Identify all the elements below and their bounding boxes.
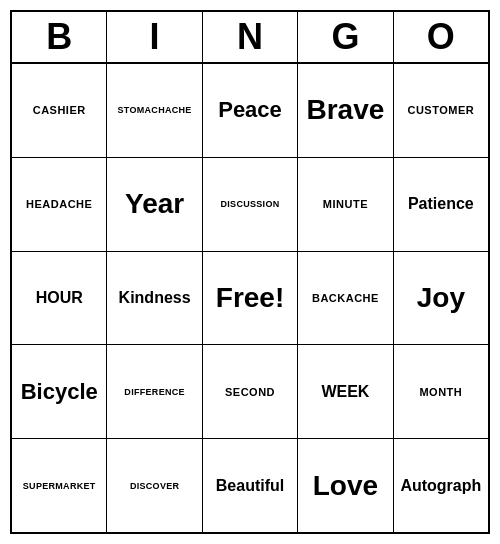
bingo-cell: CUSTOMER [394,64,488,157]
bingo-header-letter: G [298,12,393,62]
bingo-header: BINGO [12,12,488,64]
bingo-cell: MONTH [394,345,488,438]
bingo-cell: Bicycle [12,345,107,438]
bingo-row: BicycleDIFFERENCESECONDWEEKMONTH [12,345,488,439]
bingo-cell: SUPERMARKET [12,439,107,532]
bingo-cell: SECOND [203,345,298,438]
bingo-row: HEADACHEYearDISCUSSIONMINUTEPatience [12,158,488,252]
bingo-header-letter: I [107,12,202,62]
bingo-cell: Autograph [394,439,488,532]
bingo-cell: STOMACHACHE [107,64,202,157]
bingo-cell: Kindness [107,252,202,345]
bingo-header-letter: N [203,12,298,62]
bingo-row: SUPERMARKETDISCOVERBeautifulLoveAutograp… [12,439,488,532]
bingo-row: CASHIERSTOMACHACHEPeaceBraveCUSTOMER [12,64,488,158]
bingo-cell: Peace [203,64,298,157]
bingo-cell: HOUR [12,252,107,345]
bingo-card: BINGO CASHIERSTOMACHACHEPeaceBraveCUSTOM… [10,10,490,534]
bingo-cell: CASHIER [12,64,107,157]
bingo-cell: DIFFERENCE [107,345,202,438]
bingo-cell: Patience [394,158,488,251]
bingo-header-letter: B [12,12,107,62]
bingo-cell: WEEK [298,345,393,438]
bingo-cell: DISCUSSION [203,158,298,251]
bingo-cell: MINUTE [298,158,393,251]
bingo-cell: Brave [298,64,393,157]
bingo-cell: Love [298,439,393,532]
bingo-cell: HEADACHE [12,158,107,251]
bingo-cell: Joy [394,252,488,345]
bingo-cell: Free! [203,252,298,345]
bingo-row: HOURKindnessFree!BACKACHEJoy [12,252,488,346]
bingo-header-letter: O [394,12,488,62]
bingo-cell: DISCOVER [107,439,202,532]
bingo-grid: CASHIERSTOMACHACHEPeaceBraveCUSTOMERHEAD… [12,64,488,532]
bingo-cell: Beautiful [203,439,298,532]
bingo-cell: Year [107,158,202,251]
bingo-cell: BACKACHE [298,252,393,345]
